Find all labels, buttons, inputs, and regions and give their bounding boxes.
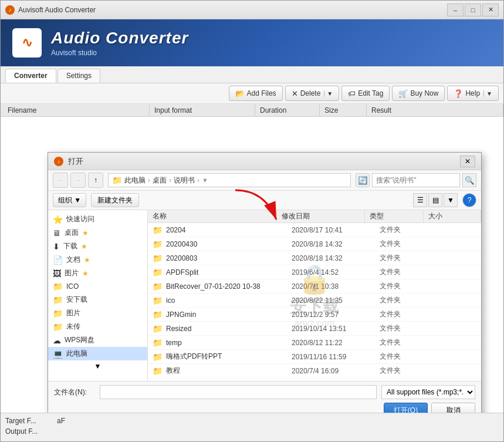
- view-detail-button[interactable]: ▤: [428, 193, 442, 207]
- desktop-icon: 🖥: [53, 228, 61, 238]
- nav-scroll-down[interactable]: ▼: [48, 360, 147, 372]
- folder-icon: 📁: [153, 324, 163, 333]
- file-panel: 🔒 安下载 anxz.com 名称 修改日期 类型 大小 📁 2020: [148, 210, 481, 381]
- filetype-select[interactable]: All support files (*.mp3;*.mp: [381, 385, 475, 399]
- app-icon: ♪: [5, 5, 15, 15]
- folder-icon: 📁: [153, 310, 163, 319]
- nav-downloads[interactable]: ⬇ 下载 ★: [48, 239, 147, 253]
- file-list-item[interactable]: 📁 APDFSplit 2019/6/4 14:52 文件夹: [148, 265, 481, 279]
- dialog-close-button[interactable]: ✕: [460, 156, 475, 167]
- file-type: 文件夹: [380, 281, 438, 291]
- view-toggle: ☰ ▤ ▼: [413, 193, 458, 207]
- file-name: 20204: [166, 226, 292, 234]
- file-type: 文件夹: [380, 295, 438, 305]
- documents-star-icon: ★: [84, 256, 90, 264]
- output-folder-row: Output F...: [5, 427, 499, 436]
- breadcrumb-sep2: ›: [169, 176, 171, 184]
- nav-pictures[interactable]: 🖼 图片 ★: [48, 266, 147, 280]
- help-arrow-icon[interactable]: ▼: [483, 90, 492, 97]
- folder-icon: 📁: [153, 282, 163, 291]
- file-list-item[interactable]: 📁 BitRecover_07-01-2020 10-38 2020/7/1 1…: [148, 279, 481, 293]
- folder-icon: 📁: [153, 338, 163, 347]
- file-list-item[interactable]: 📁 JPNGmin 2019/12/2 9:57 文件夹: [148, 308, 481, 322]
- main-toolbar: 📂 Add Files ✕ Delete ▼ 🏷 Edit Tag 🛒 Buy …: [1, 83, 503, 104]
- file-list-item[interactable]: 📁 教程 2020/7/4 16:09 文件夹: [148, 364, 481, 378]
- nav-weichuan[interactable]: 📁 未传: [48, 320, 147, 333]
- file-type: 文件夹: [380, 380, 438, 381]
- file-list-item[interactable]: 📁 temp 2020/8/12 11:22 文件夹: [148, 336, 481, 350]
- breadcrumb-root[interactable]: 此电脑: [124, 176, 146, 185]
- organize-button[interactable]: 组织 ▼: [53, 193, 86, 207]
- help-circle-button[interactable]: ?: [462, 193, 476, 207]
- file-type: 文件夹: [380, 323, 438, 333]
- file-date: 2019/11/6 15:22: [292, 381, 380, 382]
- nav-quick-access: ⭐ 快速访问: [48, 212, 147, 226]
- file-list-item[interactable]: 📁 20204 2020/8/17 10:41 文件夹: [148, 223, 481, 237]
- file-list-item[interactable]: 📁 ico 2020/8/22 11:35 文件夹: [148, 293, 481, 308]
- downloads-star-icon: ★: [81, 242, 87, 251]
- folder-icon: 📁: [153, 380, 163, 382]
- file-list-item[interactable]: 📁 嗨格式PDF转PPT 2019/11/16 11:59 文件夹: [148, 350, 481, 364]
- file-type: 文件夹: [380, 225, 438, 235]
- tab-settings[interactable]: Settings: [57, 69, 100, 83]
- view-arrow-button[interactable]: ▼: [444, 193, 458, 207]
- view-list-button[interactable]: ☰: [413, 193, 427, 207]
- app-window: ♪ Auvisoft Audio Converter – □ ✕ ∿ Audio…: [0, 0, 504, 442]
- file-date: 2020/8/17 10:41: [292, 226, 380, 234]
- cancel-button[interactable]: 取消: [431, 403, 475, 413]
- file-name: 嗨格式PDF转PPT: [166, 352, 292, 362]
- delete-arrow-icon[interactable]: ▼: [324, 90, 333, 97]
- nav-anxz[interactable]: 📁 安下载: [48, 293, 147, 306]
- nav-forward-button[interactable]: →: [70, 173, 86, 188]
- nav-up-button[interactable]: ↑: [88, 173, 103, 188]
- tab-converter[interactable]: Converter: [5, 69, 56, 83]
- file-col-date-header[interactable]: 修改日期: [277, 210, 365, 222]
- buy-now-button[interactable]: 🛒 Buy Now: [392, 86, 445, 101]
- this-pc-icon: 💻: [53, 349, 63, 359]
- nav-desktop[interactable]: 🖥 桌面 ★: [48, 226, 147, 239]
- help-button[interactable]: ❓ Help ▼: [447, 86, 499, 101]
- nav-back-button[interactable]: ←: [53, 173, 68, 188]
- search-button[interactable]: 🔍: [462, 173, 476, 187]
- app-subtitle: Auvisoft studio: [51, 49, 188, 57]
- column-headers: Filename Input format Duration Size Resu…: [1, 104, 503, 117]
- filename-row: 文件名(N): All support files (*.mp3;*.mp: [54, 385, 475, 399]
- new-folder-button[interactable]: 新建文件夹: [91, 193, 139, 207]
- file-date: 2019/10/14 13:51: [292, 325, 380, 333]
- file-type: 文件夹: [380, 366, 438, 376]
- buy-now-icon: 🛒: [398, 89, 408, 98]
- file-list-item[interactable]: 📁 Resized 2019/10/14 13:51 文件夹: [148, 322, 481, 336]
- file-col-type-header[interactable]: 类型: [365, 210, 424, 222]
- dialog-title: 打开: [68, 156, 460, 167]
- file-list-item[interactable]: 📁 20200430 2020/8/18 14:32 文件夹: [148, 237, 481, 251]
- close-button[interactable]: ✕: [482, 4, 499, 16]
- nav-wps-cloud[interactable]: ☁ WPS网盘: [48, 333, 147, 347]
- filename-input[interactable]: [100, 385, 377, 399]
- search-input[interactable]: [372, 173, 460, 187]
- nav-documents[interactable]: 📄 文档 ★: [48, 253, 147, 266]
- app-header: ∿ Audio Converter Auvisoft studio: [1, 19, 503, 66]
- refresh-button[interactable]: 🔄: [356, 173, 370, 187]
- dialog-titlebar: ♪ 打开 ✕: [48, 153, 481, 170]
- breadcrumb-level2[interactable]: 说明书: [174, 176, 195, 185]
- nav-pictures2[interactable]: 📁 图片: [48, 306, 147, 320]
- file-col-name-header[interactable]: 名称: [148, 210, 277, 222]
- target-format-label: Target F...: [5, 417, 52, 425]
- nav-ico[interactable]: 📁 ICO: [48, 280, 147, 293]
- ico-folder-icon: 📁: [53, 282, 63, 291]
- file-list-item[interactable]: 📁 思迅天店 店铺管理系统.pdf.extracted_i... 2019/11…: [148, 378, 481, 381]
- file-list-item[interactable]: 📁 20200803 2020/8/18 14:32 文件夹: [148, 251, 481, 265]
- col-header-duration: Duration: [255, 104, 320, 116]
- quick-access-icon: ⭐: [53, 215, 63, 224]
- file-name: 20200430: [166, 240, 292, 248]
- delete-button[interactable]: ✕ Delete ▼: [285, 86, 340, 101]
- file-col-size-header[interactable]: 大小: [424, 210, 481, 222]
- file-name: Resized: [166, 325, 292, 333]
- nav-this-pc[interactable]: 💻 此电脑: [48, 347, 147, 360]
- minimize-button[interactable]: –: [447, 4, 464, 16]
- edit-tag-button[interactable]: 🏷 Edit Tag: [341, 86, 390, 101]
- open-button[interactable]: 打开(O): [384, 403, 428, 413]
- maximize-button[interactable]: □: [465, 4, 481, 16]
- add-files-button[interactable]: 📂 Add Files: [229, 86, 283, 101]
- breadcrumb-level1[interactable]: 桌面: [153, 176, 167, 185]
